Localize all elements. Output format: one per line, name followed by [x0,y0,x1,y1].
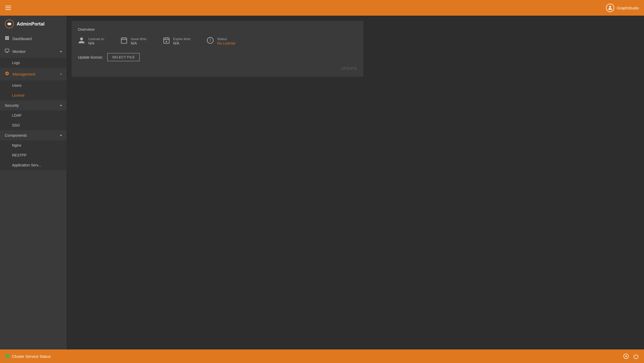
monitor-icon [5,48,9,54]
license-fields: License to: N/A Is [78,37,357,46]
update-license-row: Update license: SELECT FILE [78,53,357,61]
status-label: Status: [217,37,235,41]
sidebar-item-sso[interactable]: SSO [0,120,66,130]
svg-rect-1 [5,36,7,38]
dashboard-icon [5,36,9,42]
update-license-label: Update license: [78,55,103,59]
issue-time-field: Issue time: N/A [120,37,147,46]
sidebar-dashboard-label: Dashboard [13,36,32,41]
sidebar-item-appserv[interactable]: Application Serv... [0,160,66,170]
sidebar-submenu-security: LDAP SSO [0,110,66,130]
logo-text: AdminPortal [17,21,45,27]
calendar-x-icon [163,37,170,46]
sidebar-item-logs[interactable]: Logs [0,58,66,68]
issue-time-info: Issue time: N/A [131,37,147,46]
bottom-bar: Cluster Service Status [0,349,644,363]
license-to-info: License to: N/A [88,37,105,46]
sidebar-submenu-components: Nginx RESTPP Application Serv... [0,140,66,170]
sidebar-management-label: Management [13,72,35,76]
top-header: GraphStudio [0,0,644,16]
sidebar-item-management[interactable]: Management ▾ [0,68,66,80]
issue-time-value: N/A [131,41,137,45]
svg-rect-2 [7,36,9,38]
person-icon [78,37,85,46]
logo-icon [5,19,14,29]
header-right: GraphStudio [606,4,639,12]
license-to-value: N/A [88,41,94,45]
expire-time-info: Expire time: N/A [173,37,191,46]
user-avatar-icon [606,4,614,12]
cluster-status-label: Cluster Service Status [12,354,51,359]
sidebar-item-nginx[interactable]: Nginx [0,140,66,150]
management-chevron-icon: ▾ [60,72,62,76]
status-info: Status: No License [217,37,235,46]
status-value: No License [217,41,235,45]
select-file-button[interactable]: SELECT FILE [107,53,140,61]
management-icon [5,71,9,77]
license-to-label: License to: [88,37,105,41]
sidebar-item-restpp[interactable]: RESTPP [0,150,66,160]
update-button[interactable]: UPDATE [341,66,357,71]
status-field: Status: No License [207,37,235,46]
bottom-bar-actions [623,353,639,359]
expire-time-value: N/A [173,41,179,45]
sidebar-item-dashboard[interactable]: Dashboard [0,32,66,45]
sidebar-security-label: Security [5,103,19,108]
sidebar-item-license[interactable]: License [0,90,66,100]
update-btn-row: UPDATE [78,66,357,71]
logo-area: AdminPortal [0,16,66,32]
sidebar-submenu-management: Users License [0,80,66,100]
sidebar-item-monitor[interactable]: Monitor ▾ [0,45,66,58]
sidebar-monitor-label: Monitor [13,49,26,54]
info-icon [207,37,214,46]
svg-rect-12 [164,38,169,43]
svg-rect-5 [5,49,9,52]
sidebar-item-components[interactable]: Components ▾ [0,130,66,140]
sidebar: AdminPortal Dashboard Monitor ▾ Logs [0,16,66,349]
sidebar-submenu-monitor: Logs [0,58,66,68]
content-area: Overview: License to: N/A [66,16,644,349]
play-button[interactable] [623,353,629,359]
svg-rect-8 [121,38,127,43]
sidebar-components-label: Components [5,133,27,137]
sidebar-item-security[interactable]: Security ▾ [0,100,66,110]
overview-title: Overview: [78,27,357,32]
svg-marker-22 [626,355,627,357]
power-button[interactable] [633,353,639,359]
main-layout: AdminPortal Dashboard Monitor ▾ Logs [0,16,644,349]
status-dot-green [5,354,9,358]
components-chevron-icon: ▾ [60,134,62,137]
sidebar-item-ldap[interactable]: LDAP [0,110,66,120]
monitor-chevron-icon: ▾ [60,50,62,53]
svg-rect-3 [5,38,7,40]
hamburger-button[interactable] [5,6,11,10]
sidebar-item-users[interactable]: Users [0,80,66,90]
svg-rect-4 [7,38,9,40]
expire-time-field: Expire time: N/A [163,37,191,46]
username-label: GraphStudio [617,6,639,10]
license-card: Overview: License to: N/A [72,21,363,77]
header-left [5,6,11,10]
license-to-field: License to: N/A [78,37,105,46]
security-chevron-icon: ▾ [60,104,62,107]
issue-time-label: Issue time: [131,37,147,41]
calendar-icon [120,37,128,46]
expire-time-label: Expire time: [173,37,191,41]
cluster-status: Cluster Service Status [5,354,51,359]
